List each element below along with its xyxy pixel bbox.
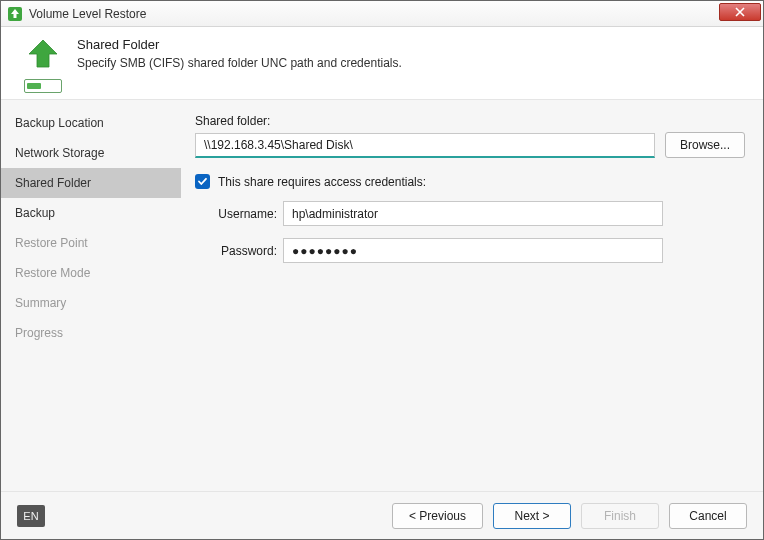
wizard-content: Shared folder: Browse... This share requ… bbox=[181, 100, 763, 491]
titlebar: Volume Level Restore bbox=[1, 1, 763, 27]
wizard-nav: Backup LocationNetwork StorageShared Fol… bbox=[1, 100, 181, 491]
cancel-button[interactable]: Cancel bbox=[669, 503, 747, 529]
window-frame: Volume Level Restore Shared Folder Speci… bbox=[0, 0, 764, 540]
shared-folder-input[interactable] bbox=[195, 133, 655, 158]
shared-folder-row: Browse... bbox=[195, 132, 745, 158]
close-button[interactable] bbox=[719, 3, 761, 21]
nav-item-backup[interactable]: Backup bbox=[1, 198, 181, 228]
nav-item-backup-location[interactable]: Backup Location bbox=[1, 108, 181, 138]
progress-chip-icon bbox=[24, 79, 62, 93]
credentials-block: This share requires access credentials: … bbox=[195, 174, 745, 263]
username-label: Username: bbox=[215, 207, 277, 221]
wizard-footer: EN < Previous Next > Finish Cancel bbox=[1, 491, 763, 539]
header-visual bbox=[15, 37, 71, 93]
nav-item-summary: Summary bbox=[1, 288, 181, 318]
step-description: Specify SMB (CIFS) shared folder UNC pat… bbox=[77, 56, 402, 70]
credentials-check-row: This share requires access credentials: bbox=[195, 174, 745, 189]
password-label: Password: bbox=[215, 244, 277, 258]
password-row: Password: bbox=[195, 238, 745, 263]
nav-item-restore-point: Restore Point bbox=[1, 228, 181, 258]
window-title: Volume Level Restore bbox=[29, 7, 719, 21]
shared-folder-label: Shared folder: bbox=[195, 114, 745, 128]
app-icon bbox=[7, 6, 23, 22]
wizard-header: Shared Folder Specify SMB (CIFS) shared … bbox=[1, 27, 763, 100]
requires-credentials-checkbox[interactable] bbox=[195, 174, 210, 189]
previous-button[interactable]: < Previous bbox=[392, 503, 483, 529]
check-icon bbox=[197, 176, 208, 187]
username-input[interactable] bbox=[283, 201, 663, 226]
language-badge[interactable]: EN bbox=[17, 505, 45, 527]
next-button[interactable]: Next > bbox=[493, 503, 571, 529]
header-text: Shared Folder Specify SMB (CIFS) shared … bbox=[71, 37, 402, 93]
close-icon bbox=[735, 7, 745, 17]
nav-item-shared-folder[interactable]: Shared Folder bbox=[1, 168, 181, 198]
nav-item-restore-mode: Restore Mode bbox=[1, 258, 181, 288]
password-input[interactable] bbox=[283, 238, 663, 263]
username-row: Username: bbox=[195, 201, 745, 226]
finish-button: Finish bbox=[581, 503, 659, 529]
nav-item-progress: Progress bbox=[1, 318, 181, 348]
nav-item-network-storage[interactable]: Network Storage bbox=[1, 138, 181, 168]
wizard-body: Backup LocationNetwork StorageShared Fol… bbox=[1, 100, 763, 491]
restore-arrow-icon bbox=[25, 37, 61, 73]
browse-button[interactable]: Browse... bbox=[665, 132, 745, 158]
step-title: Shared Folder bbox=[77, 37, 402, 52]
requires-credentials-label: This share requires access credentials: bbox=[218, 175, 426, 189]
